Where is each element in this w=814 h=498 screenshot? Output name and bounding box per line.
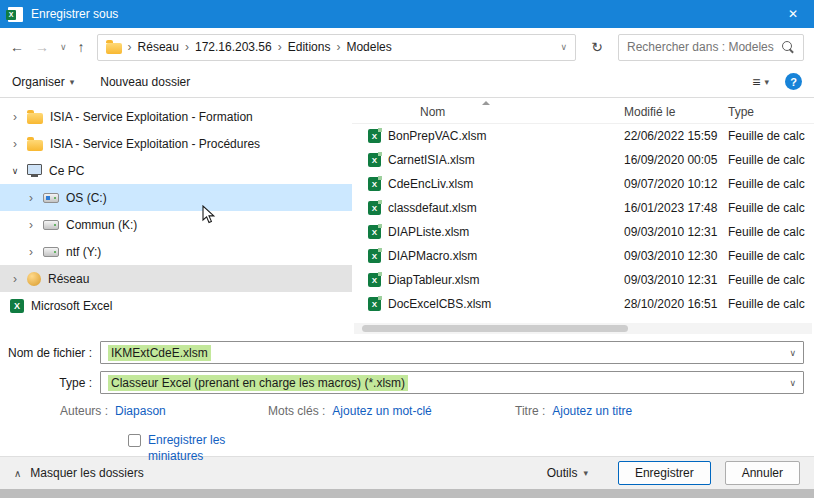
file-modified: 09/03/2010 12:30 (624, 249, 728, 263)
xlsm-file-icon: X (368, 249, 381, 263)
file-row[interactable]: XCarnetISIA.xlsm 16/09/2020 00:05 Feuill… (352, 148, 814, 172)
file-name: DiapTableur.xlsm (388, 273, 479, 287)
drive-icon (43, 247, 59, 257)
tools-button[interactable]: Outils ▾ (547, 466, 588, 480)
chevron-right-icon[interactable]: › (26, 245, 36, 259)
list-view-icon: ≡ (752, 74, 760, 90)
up-icon[interactable]: ↑ (78, 39, 85, 55)
excel-app-icon: X (8, 7, 23, 22)
chevron-right-icon[interactable]: › (10, 272, 20, 286)
authors-label: Auteurs : (60, 404, 108, 418)
file-type: Feuille de calc (728, 153, 814, 167)
network-icon (27, 272, 41, 286)
refresh-icon[interactable]: ↻ (584, 34, 610, 61)
breadcrumb-item-server[interactable]: 172.16.203.56 (195, 40, 272, 54)
save-thumbnails-checkbox[interactable] (128, 434, 141, 447)
computer-icon (27, 164, 42, 177)
breadcrumb-separator: › (128, 40, 132, 54)
save-button[interactable]: Enregistrer (618, 461, 711, 485)
file-name: DIAPMacro.xlsm (388, 249, 477, 263)
xlsm-file-icon: X (368, 129, 381, 143)
location-folder-icon (106, 43, 122, 54)
tree-item-microsoft-excel[interactable]: X Microsoft Excel (0, 292, 352, 319)
breadcrumb[interactable]: › Réseau › 172.16.203.56 › Editions › Mo… (97, 34, 576, 61)
window-edge (0, 489, 814, 498)
tree-item-commun-k[interactable]: › Commun (K:) (0, 211, 352, 238)
file-row[interactable]: XDocExcelCBS.xlsm 28/10/2020 16:51 Feuil… (352, 292, 814, 316)
search-icon[interactable] (782, 41, 795, 54)
chevron-right-icon[interactable]: › (26, 218, 36, 232)
save-form: Nom de fichier : IKMExtCdeE.xlsm ∨ Type … (0, 334, 814, 456)
breadcrumb-item-reseau[interactable]: Réseau (138, 40, 179, 54)
chevron-down-icon: ▾ (70, 77, 75, 87)
dialog-title: Enregistrer sous (31, 7, 118, 21)
file-modified: 09/03/2010 12:31 (624, 273, 728, 287)
hide-folders-label: Masquer les dossiers (30, 466, 143, 480)
organize-label: Organiser (12, 75, 65, 89)
breadcrumb-item-editions[interactable]: Editions (288, 40, 331, 54)
tree-item-ntf-y[interactable]: › ntf (Y:) (0, 238, 352, 265)
cancel-button[interactable]: Annuler (725, 461, 800, 485)
title-add-link[interactable]: Ajoutez un titre (552, 404, 632, 418)
file-row[interactable]: Xclassdefaut.xlsm 16/01/2023 17:48 Feuil… (352, 196, 814, 220)
tree-item-os-c[interactable]: › OS (C:) (0, 184, 352, 211)
file-name: DocExcelCBS.xlsm (388, 297, 491, 311)
file-row[interactable]: XCdeEncLiv.xlsm 09/07/2020 10:12 Feuille… (352, 172, 814, 196)
chevron-up-icon: ∧ (14, 468, 21, 479)
filename-value: IKMExtCdeE.xlsm (108, 345, 211, 361)
close-icon[interactable]: ✕ (772, 0, 814, 28)
tags-add-link[interactable]: Ajoutez un mot-clé (332, 404, 431, 418)
tree-item-label: Ce PC (49, 164, 84, 178)
tree-item-label: ISIA - Service Exploitation - Formation (50, 110, 253, 124)
file-name: classdefaut.xlsm (388, 201, 477, 215)
file-row[interactable]: XDIAPListe.xlsm 09/03/2010 12:31 Feuille… (352, 220, 814, 244)
file-modified: 16/09/2020 00:05 (624, 153, 728, 167)
navigation-bar: ← → ∨ ↑ › Réseau › 172.16.203.56 › Editi… (0, 28, 814, 66)
chevron-down-icon[interactable]: ∨ (789, 348, 796, 358)
chevron-down-icon[interactable]: ∨ (789, 378, 796, 388)
chevron-down-icon: ▾ (764, 77, 769, 87)
folder-icon (27, 140, 43, 151)
xlsm-file-icon: X (368, 153, 381, 167)
tree-item-reseau[interactable]: › Réseau (0, 265, 352, 292)
back-icon[interactable]: ← (10, 39, 24, 55)
column-header-type[interactable]: Type (728, 105, 814, 119)
search-input[interactable] (627, 40, 776, 54)
xlsm-file-icon: X (368, 225, 381, 239)
breadcrumb-separator: › (336, 40, 340, 54)
file-modified: 09/07/2020 10:12 (624, 177, 728, 191)
file-list-header: Nom Modifié le Type (352, 100, 814, 124)
filetype-value: Classeur Excel (prenant en charge les ma… (108, 375, 408, 391)
footer-actions: Outils ▾ Enregistrer Annuler (547, 461, 800, 485)
file-row[interactable]: XDiapTableur.xlsm 09/03/2010 12:31 Feuil… (352, 268, 814, 292)
hide-folders-button[interactable]: ∧ Masquer les dossiers (14, 466, 144, 480)
filename-input[interactable]: IKMExtCdeE.xlsm ∨ (100, 341, 804, 364)
column-header-name[interactable]: Nom (352, 105, 624, 119)
address-dropdown-icon[interactable]: ∨ (560, 42, 567, 52)
help-icon[interactable]: ? (785, 73, 802, 90)
filetype-select[interactable]: Classeur Excel (prenant en charge les ma… (100, 371, 804, 394)
column-header-modified[interactable]: Modifié le (624, 105, 728, 119)
tree-item-isia-procedures[interactable]: › ISIA - Service Exploitation - Procédur… (0, 130, 352, 157)
chevron-down-icon[interactable]: ∨ (10, 166, 20, 176)
file-row[interactable]: XBonPrepVAC.xlsm 22/06/2022 15:59 Feuill… (352, 124, 814, 148)
breadcrumb-item-modeles[interactable]: Modeles (346, 40, 391, 54)
excel-icon: X (10, 299, 24, 313)
chevron-right-icon[interactable]: › (10, 110, 20, 124)
authors-value[interactable]: Diapason (115, 404, 166, 418)
horizontal-scrollbar[interactable] (354, 323, 812, 334)
chevron-right-icon[interactable]: › (10, 137, 20, 151)
tree-item-ce-pc[interactable]: ∨ Ce PC (0, 157, 352, 184)
view-options-button[interactable]: ≡ ▾ (752, 74, 769, 90)
tree-item-label: ISIA - Service Exploitation - Procédures (50, 137, 260, 151)
file-row[interactable]: XDIAPMacro.xlsm 09/03/2010 12:30 Feuille… (352, 244, 814, 268)
chevron-right-icon[interactable]: › (26, 191, 36, 205)
forward-icon[interactable]: → (35, 39, 49, 55)
new-folder-button[interactable]: Nouveau dossier (100, 75, 190, 89)
recent-locations-icon[interactable]: ∨ (60, 42, 67, 52)
file-modified: 16/01/2023 17:48 (624, 201, 728, 215)
file-name: BonPrepVAC.xlsm (388, 129, 486, 143)
organize-button[interactable]: Organiser ▾ (12, 75, 74, 89)
tree-item-isia-formation[interactable]: › ISIA - Service Exploitation - Formatio… (0, 103, 352, 130)
scrollbar-thumb[interactable] (362, 325, 628, 332)
